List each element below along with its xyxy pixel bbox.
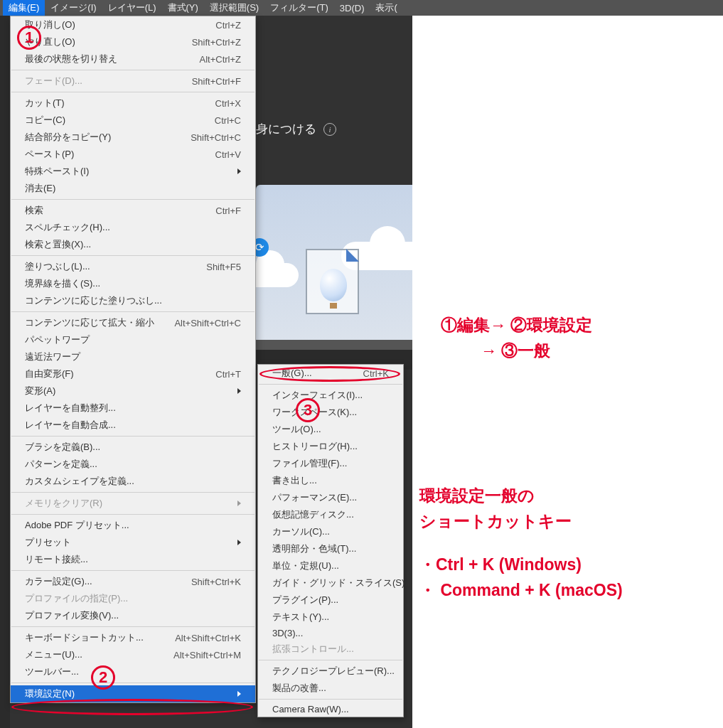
submenu-arrow-icon — [237, 168, 241, 174]
menu-item-shortcut: Ctrl+C — [202, 115, 241, 126]
menu-item-shortcut: Ctrl+T — [203, 369, 241, 380]
prefs-submenu-item[interactable]: カーソル(C)... — [258, 523, 403, 540]
prefs-submenu-item[interactable]: ワークスペース(K)... — [258, 404, 403, 421]
edit-menu-item[interactable]: 境界線を描く(S)... — [11, 275, 255, 292]
edit-menu-item[interactable]: ブラシを定義(B)... — [11, 439, 255, 456]
submenu-arrow-icon — [237, 540, 241, 545]
edit-menu-item[interactable]: プロファイル変換(V)... — [11, 607, 255, 624]
edit-menu-item[interactable]: レイヤーを自動合成... — [11, 417, 255, 434]
menubar-item-layer[interactable]: レイヤー(L) — [102, 0, 162, 16]
edit-menu-item[interactable]: コピー(C)Ctrl+C — [11, 112, 255, 129]
edit-menu-item[interactable]: 遠近法ワープ — [11, 348, 255, 365]
edit-menu-item[interactable]: 最後の状態を切り替えAlt+Ctrl+Z — [11, 50, 255, 68]
prefs-submenu-item[interactable]: ヒストリーログ(H)... — [258, 438, 403, 455]
info-icon[interactable]: i — [323, 123, 336, 136]
menu-item-label: 拡張コントロール... — [272, 643, 354, 655]
edit-menu-item[interactable]: カット(T)Ctrl+X — [11, 95, 255, 112]
prefs-submenu-item[interactable]: プラグイン(P)... — [258, 592, 403, 609]
menu-item-shortcut: Shift+Ctrl+Z — [179, 37, 241, 48]
prefs-submenu-item[interactable]: 製品の改善... — [258, 680, 403, 697]
edit-menu-item[interactable]: パペットワープ — [11, 331, 255, 348]
edit-menu-item[interactable]: プリセット — [11, 534, 255, 551]
callout-shortcut-mac: Command + K (macOS) — [419, 578, 623, 604]
edit-menu-item[interactable]: ペースト(P)Ctrl+V — [11, 146, 255, 163]
callout-ellipse-general — [259, 366, 400, 382]
menubar-item-view[interactable]: 表示( — [370, 0, 402, 16]
edit-menu-item[interactable]: Adobe PDF プリセット... — [11, 517, 255, 534]
prefs-submenu-item[interactable]: ガイド・グリッド・スライス(S)... — [258, 574, 403, 592]
edit-menu-dropdown: 取り消し(O)Ctrl+Zやり直し(O)Shift+Ctrl+Z最後の状態を切り… — [10, 16, 256, 703]
menubar-item-filter[interactable]: フィルター(T) — [264, 0, 334, 16]
prefs-submenu-item[interactable]: 書き出し... — [258, 472, 403, 489]
menu-item-label: 単位・定規(U)... — [272, 560, 339, 572]
menu-item-label: プリセット — [25, 536, 71, 549]
menu-item-label: ツールバー... — [25, 665, 79, 678]
edit-menu-item[interactable]: 検索Ctrl+F — [11, 202, 255, 219]
menu-item-label: フェード(D)... — [25, 75, 82, 87]
edit-menu-item[interactable]: 消去(E) — [11, 180, 255, 197]
edit-menu-item[interactable]: 結合部分をコピー(Y)Shift+Ctrl+C — [11, 129, 255, 146]
menubar-item-type[interactable]: 書式(Y) — [162, 0, 204, 16]
edit-menu-item: プロファイルの指定(P)... — [11, 590, 255, 607]
menu-item-label: 製品の改善... — [272, 682, 326, 695]
edit-menu-item[interactable]: コンテンツに応じた塗りつぶし... — [11, 292, 255, 309]
prefs-submenu-item[interactable]: 透明部分・色域(T)... — [258, 540, 403, 557]
menu-item-label: ツール(O)... — [272, 423, 321, 436]
home-banner: 身につける i — [256, 121, 336, 137]
edit-menu-item[interactable]: リモート接続... — [11, 551, 255, 568]
edit-menu-item[interactable]: やり直し(O)Shift+Ctrl+Z — [11, 33, 255, 50]
callout-number-1: 1 — [17, 26, 41, 50]
menu-item-shortcut: Ctrl+X — [203, 98, 241, 109]
menu-separator — [11, 682, 255, 683]
menu-item-label: コピー(C) — [25, 114, 65, 127]
prefs-submenu-item[interactable]: インターフェイス(I)... — [258, 387, 403, 404]
home-banner-text: 身につける — [256, 121, 316, 137]
prefs-submenu-item[interactable]: ファイル管理(F)... — [258, 455, 403, 472]
menubar-item-3d[interactable]: 3D(D) — [334, 1, 370, 15]
menu-item-label: レイヤーを自動整列... — [25, 402, 116, 414]
menubar-item-edit[interactable]: 編集(E) — [3, 0, 45, 16]
menu-separator — [11, 626, 255, 627]
edit-menu-item[interactable]: カラー設定(G)...Shift+Ctrl+K — [11, 573, 255, 590]
edit-menu-item[interactable]: 変形(A) — [11, 382, 255, 400]
edit-menu-item[interactable]: メニュー(U)...Alt+Shift+Ctrl+M — [11, 646, 255, 663]
edit-menu-item[interactable]: 検索と置換(X)... — [11, 236, 255, 253]
prefs-submenu-item[interactable]: パフォーマンス(E)... — [258, 489, 403, 506]
menu-item-label: ペースト(P) — [25, 148, 74, 161]
prefs-submenu-item[interactable]: Camera Raw(W)... — [258, 702, 403, 717]
preview-thumbnail — [256, 185, 412, 370]
prefs-submenu-item[interactable]: ツール(O)... — [258, 421, 403, 438]
edit-menu-item[interactable]: 取り消し(O)Ctrl+Z — [11, 16, 255, 33]
menubar: 編集(E) イメージ(I) レイヤー(L) 書式(Y) 選択範囲(S) フィルタ… — [0, 0, 723, 16]
callout-number-2: 2 — [91, 665, 115, 690]
menu-item-label: カスタムシェイプを定義... — [25, 475, 134, 488]
edit-menu-item[interactable]: パターンを定義... — [11, 456, 255, 473]
edit-menu-item[interactable]: 自由変形(F)Ctrl+T — [11, 365, 255, 382]
edit-menu-item[interactable]: カスタムシェイプを定義... — [11, 473, 255, 490]
menubar-item-image[interactable]: イメージ(I) — [45, 0, 102, 16]
edit-menu-item[interactable]: コンテンツに応じて拡大・縮小Alt+Shift+Ctrl+C — [11, 314, 255, 331]
menu-separator — [11, 255, 255, 256]
menu-item-label: 消去(E) — [25, 182, 55, 195]
menu-item-shortcut: Shift+Ctrl+C — [178, 132, 241, 143]
prefs-submenu-item[interactable]: 単位・定規(U)... — [258, 557, 403, 574]
edit-menu-item[interactable]: 塗りつぶし(L)...Shift+F5 — [11, 258, 255, 275]
prefs-submenu-item[interactable]: テクノロジープレビュー(R)... — [258, 663, 403, 680]
edit-menu-item[interactable]: レイヤーを自動整列... — [11, 400, 255, 417]
menu-item-label: スペルチェック(H)... — [25, 221, 110, 234]
edit-menu-item[interactable]: ツールバー... — [11, 663, 255, 680]
menu-item-label: リモート接続... — [25, 553, 88, 566]
prefs-submenu-item[interactable]: 仮想記憶ディスク... — [258, 506, 403, 523]
menu-item-label: コンテンツに応じた塗りつぶし... — [25, 294, 162, 307]
menu-item-label: プラグイン(P)... — [272, 594, 338, 606]
prefs-submenu-item[interactable]: テキスト(Y)... — [258, 609, 403, 626]
left-dock-sliver — [0, 16, 10, 728]
edit-menu-item[interactable]: スペルチェック(H)... — [11, 219, 255, 236]
prefs-submenu-item[interactable]: 3D(3)... — [258, 626, 403, 641]
prefs-submenu-item: 拡張コントロール... — [258, 641, 403, 658]
menu-separator — [259, 384, 402, 385]
menubar-item-select[interactable]: 選択範囲(S) — [204, 0, 264, 16]
menu-item-label: 検索と置換(X)... — [25, 238, 91, 251]
edit-menu-item[interactable]: 特殊ペースト(I) — [11, 163, 255, 180]
edit-menu-item[interactable]: キーボードショートカット...Alt+Shift+Ctrl+K — [11, 629, 255, 646]
